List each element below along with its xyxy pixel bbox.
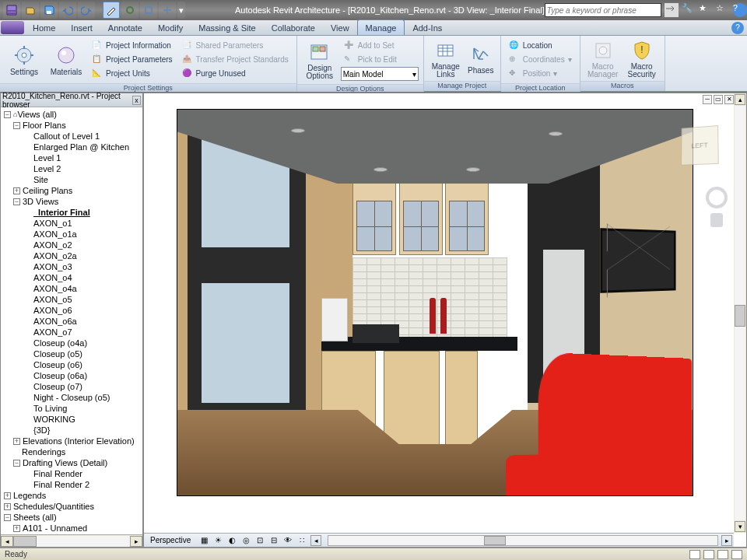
search-input[interactable] xyxy=(545,3,661,17)
settings-button[interactable]: Settings xyxy=(3,37,45,82)
modify-icon[interactable] xyxy=(103,2,120,19)
tab-addins[interactable]: Add-Ins xyxy=(405,20,450,35)
project-tree[interactable]: −⌂ Views (all) −Floor Plans Callout of L… xyxy=(1,107,142,534)
qat-btn-a[interactable] xyxy=(121,2,139,19)
transfer-standards-button[interactable]: 📤Transfer Project Standards xyxy=(179,53,292,66)
tab-collaborate[interactable]: Collaborate xyxy=(264,20,323,35)
editable-only-icon[interactable] xyxy=(703,550,714,559)
tree-legends[interactable]: +Legends xyxy=(2,490,142,501)
scroll-right-icon[interactable]: ▸ xyxy=(721,535,732,546)
tree-item[interactable]: AXON_o1a xyxy=(2,229,142,240)
scroll-right-icon[interactable]: ▸ xyxy=(130,536,142,547)
macro-manager-button[interactable]: Macro Manager xyxy=(584,37,622,79)
tree-3d-views[interactable]: −3D Views xyxy=(2,196,142,207)
tree-item[interactable]: Enlarged Plan @ Kitchen xyxy=(2,142,142,152)
redo-icon[interactable] xyxy=(78,2,95,19)
tree-item[interactable]: AXON_o7 xyxy=(2,327,142,338)
tree-item[interactable]: {3D} xyxy=(2,425,142,436)
project-units-button[interactable]: 📐Project Units xyxy=(89,67,176,80)
design-options-button[interactable]: Design Options xyxy=(300,37,339,82)
vp-maximize[interactable]: ▭ xyxy=(714,95,723,104)
qat-dropdown-icon[interactable]: ▾ xyxy=(177,2,185,19)
navigation-wheel[interactable] xyxy=(703,187,731,241)
close-icon[interactable]: x xyxy=(132,96,141,105)
render-icon[interactable]: ◎ xyxy=(240,535,251,546)
tree-item[interactable]: AXON_o4a xyxy=(2,283,142,294)
shared-parameters-button[interactable]: 📑Shared Parameters xyxy=(179,39,292,52)
tree-item[interactable]: Closeup (o5) xyxy=(2,348,142,359)
app-menu-button[interactable] xyxy=(3,2,20,19)
shadows-icon[interactable]: ◐ xyxy=(226,535,237,546)
tree-item-active[interactable]: _Interior Final xyxy=(2,207,142,218)
scroll-left-icon[interactable]: ◂ xyxy=(310,535,321,546)
add-to-set-button[interactable]: ➕Add to Set xyxy=(341,39,419,52)
tree-item[interactable]: Night - Closeup (o5) xyxy=(2,392,142,403)
scrollbar-thumb[interactable] xyxy=(13,536,37,547)
model-combo[interactable]: Main Model▾ xyxy=(341,67,419,81)
project-information-button[interactable]: 📄Project Information xyxy=(89,39,176,52)
tree-schedules[interactable]: +Schedules/Quantities xyxy=(2,501,142,512)
tree-item[interactable]: AXON_o5 xyxy=(2,294,142,305)
tree-item[interactable]: Final Render 2 xyxy=(2,479,142,490)
filter-icon[interactable] xyxy=(731,550,742,559)
manage-links-button[interactable]: Manage Links xyxy=(427,37,465,79)
undo-icon[interactable] xyxy=(59,2,76,19)
tree-item[interactable]: AXON_o6 xyxy=(2,305,142,316)
tab-insert[interactable]: Insert xyxy=(63,20,100,35)
tab-home[interactable]: Home xyxy=(25,20,63,35)
macro-security-button[interactable]: ! Macro Security xyxy=(622,37,661,79)
help-icon[interactable]: ? xyxy=(733,3,747,17)
hide-isolate-icon[interactable]: 👁 xyxy=(282,535,293,546)
tree-renderings[interactable]: Renderings xyxy=(2,446,142,457)
app-tab[interactable] xyxy=(1,21,24,34)
tree-item[interactable]: AXON_o2a xyxy=(2,250,142,261)
tree-item[interactable]: AXON_o3 xyxy=(2,261,142,272)
reveal-icon[interactable]: ∷ xyxy=(296,535,307,546)
tree-elevations[interactable]: +Elevations (Interior Elevation) xyxy=(2,436,142,446)
tree-item[interactable]: Closeup (o6) xyxy=(2,359,142,370)
vp-close[interactable]: ✕ xyxy=(724,95,734,104)
tree-item[interactable]: Closeup (o7) xyxy=(2,381,142,392)
crop-view-icon[interactable]: ⊡ xyxy=(254,535,265,546)
tab-view[interactable]: View xyxy=(323,20,357,35)
tree-item[interactable]: Level 1 xyxy=(2,152,142,163)
materials-button[interactable]: Materials xyxy=(45,37,87,82)
tree-sheets[interactable]: −Sheets (all) xyxy=(2,512,142,523)
purge-unused-button[interactable]: 🟣Purge Unused xyxy=(179,67,292,80)
qat-btn-b[interactable] xyxy=(140,2,157,19)
viewcube[interactable]: LEFT xyxy=(681,125,719,166)
phases-button[interactable]: Phases xyxy=(465,37,497,79)
sun-path-icon[interactable]: ☀ xyxy=(212,535,223,546)
tree-item[interactable]: AXON_o1 xyxy=(2,218,142,229)
tree-item[interactable]: AXON_o2 xyxy=(2,240,142,250)
tree-item[interactable]: Closeup (o6a) xyxy=(2,370,142,381)
location-button[interactable]: 🌐Location xyxy=(506,39,575,52)
scrollbar-thumb[interactable] xyxy=(484,536,506,545)
scroll-down-icon[interactable]: ▾ xyxy=(735,521,745,532)
tree-item[interactable]: Level 2 xyxy=(2,163,142,174)
tree-item[interactable]: To Living xyxy=(2,403,142,414)
communication-icon[interactable]: ★ xyxy=(699,3,713,17)
search-icon[interactable] xyxy=(665,3,679,17)
tree-views[interactable]: −⌂ Views (all) xyxy=(2,109,142,120)
browser-hscroll[interactable]: ◂ ▸ xyxy=(1,534,142,547)
scale-label[interactable]: Perspective xyxy=(146,536,195,544)
tree-item[interactable]: WORKING xyxy=(2,414,142,425)
help-toggle-icon[interactable]: ? xyxy=(731,22,744,34)
tab-manage[interactable]: Manage xyxy=(357,19,405,35)
tree-floor-plans[interactable]: −Floor Plans xyxy=(2,120,142,131)
vp-minimize[interactable]: ─ xyxy=(703,95,712,104)
tree-drafting[interactable]: −Drafting Views (Detail) xyxy=(2,457,142,468)
project-parameters-button[interactable]: 📋Project Parameters xyxy=(89,53,176,66)
viewport-hscroll[interactable] xyxy=(328,535,718,546)
tab-modify[interactable]: Modify xyxy=(150,20,191,35)
design-options-status-icon[interactable] xyxy=(717,550,728,559)
open-icon[interactable] xyxy=(22,2,39,19)
tree-item[interactable]: AXON_o6a xyxy=(2,316,142,327)
crop-region-icon[interactable]: ⊟ xyxy=(268,535,279,546)
save-icon[interactable] xyxy=(40,2,58,19)
qat-btn-c[interactable] xyxy=(159,2,176,19)
workset-icon[interactable] xyxy=(689,550,700,559)
tree-ceiling-plans[interactable]: +Ceiling Plans xyxy=(2,185,142,196)
tree-item[interactable]: Closeup (o4a) xyxy=(2,338,142,348)
